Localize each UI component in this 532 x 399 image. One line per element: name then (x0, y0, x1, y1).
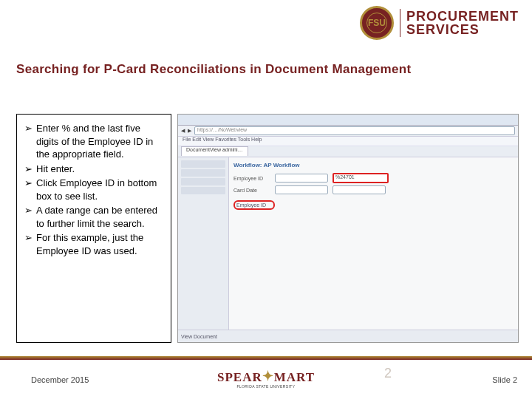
forward-icon: ▶ (188, 128, 191, 134)
instruction-box: ➢Enter % and the last five digits of the… (16, 114, 171, 343)
logo-part2: MART (274, 370, 315, 384)
address-bar: ◀ ▶ https://…/NoWebview (178, 126, 518, 137)
bullet-item: ➢A date range can be entered to further … (24, 204, 163, 230)
bullet-item: ➢Click Employee ID in bottom box to see … (24, 177, 163, 202)
slide-title: Searching for P-Card Reconciliations in … (16, 62, 411, 77)
embedded-screenshot: ◀ ▶ https://…/NoWebview File Edit View F… (177, 114, 519, 343)
seal-text: FSU (366, 13, 387, 33)
window-titlebar (178, 115, 518, 126)
bullet-item: ➢Hit enter. (24, 163, 163, 176)
panel-title: Workflow: AP Workflow (233, 162, 514, 168)
bullet-text: Enter % and the last five digits of the … (36, 122, 163, 161)
back-icon: ◀ (181, 128, 185, 134)
bullet-text: For this example, just the Employee ID w… (36, 231, 163, 257)
form-row: Card Date (233, 185, 514, 194)
checkbox-area: Employee ID (233, 200, 514, 210)
sidebar-item (181, 169, 225, 177)
slide-number: Slide 2 (492, 375, 517, 384)
star-icon: ✦ (262, 368, 274, 384)
arrow-icon: ➢ (24, 122, 36, 161)
spearmart-logo: SPEAR✦MART FLORIDA STATE UNIVERSITY (217, 369, 315, 389)
url-field: https://…/NoWebview (194, 126, 515, 135)
bullet-text: A date range can be entered to further l… (36, 204, 163, 230)
sidebar (178, 157, 229, 333)
sidebar-item (181, 160, 225, 168)
card-date-input2 (332, 185, 386, 194)
bullet-item: ➢Enter % and the last five digits of the… (24, 122, 163, 161)
body-area: ➢Enter % and the last five digits of the… (16, 114, 519, 343)
footer-date: December 2015 (31, 375, 89, 384)
slide: FSU PROCUREMENT SERVICES Searching for P… (0, 0, 532, 399)
bullet-text: Hit enter. (36, 163, 163, 176)
app-body: Workflow: AP Workflow Employee ID %24701… (178, 157, 518, 333)
footer-rule (0, 356, 532, 360)
tab-bar: DocumentView admini… (178, 146, 518, 157)
menu-bar: File Edit View Favorites Tools Help (178, 137, 518, 146)
card-date-input (275, 185, 328, 194)
arrow-icon: ➢ (24, 204, 36, 230)
logo-part1: SPEAR (217, 370, 262, 384)
page-number-ghost: 2 (384, 366, 392, 381)
arrow-icon: ➢ (24, 231, 36, 257)
procurement-wordmark: PROCUREMENT SERVICES (406, 10, 519, 36)
main-panel: Workflow: AP Workflow Employee ID %24701… (229, 157, 518, 333)
employee-id-value-highlight: %24701 (332, 173, 389, 183)
row-label: Employee ID (233, 176, 270, 181)
brand-line1: PROCUREMENT (406, 10, 519, 23)
brand-line2: SERVICES (406, 23, 519, 36)
arrow-icon: ➢ (24, 177, 36, 202)
row-label: Card Date (233, 188, 270, 193)
bullet-item: ➢For this example, just the Employee ID … (24, 231, 163, 257)
header-brand: FSU PROCUREMENT SERVICES (360, 6, 519, 40)
bullet-text: Click Employee ID in bottom box to see l… (36, 177, 163, 202)
browser-tab: DocumentView admini… (181, 146, 248, 156)
employee-id-input (275, 174, 328, 183)
sidebar-item (181, 187, 225, 194)
form-row: Employee ID %24701 (233, 173, 514, 183)
spearmart-wordmark: SPEAR✦MART (217, 369, 315, 385)
fsu-seal-icon: FSU (360, 6, 394, 40)
sidebar-item (181, 178, 225, 185)
arrow-icon: ➢ (24, 163, 36, 176)
vertical-separator (400, 9, 400, 37)
employee-id-check-highlight: Employee ID (233, 200, 275, 210)
app-footer: View Document (178, 330, 518, 342)
